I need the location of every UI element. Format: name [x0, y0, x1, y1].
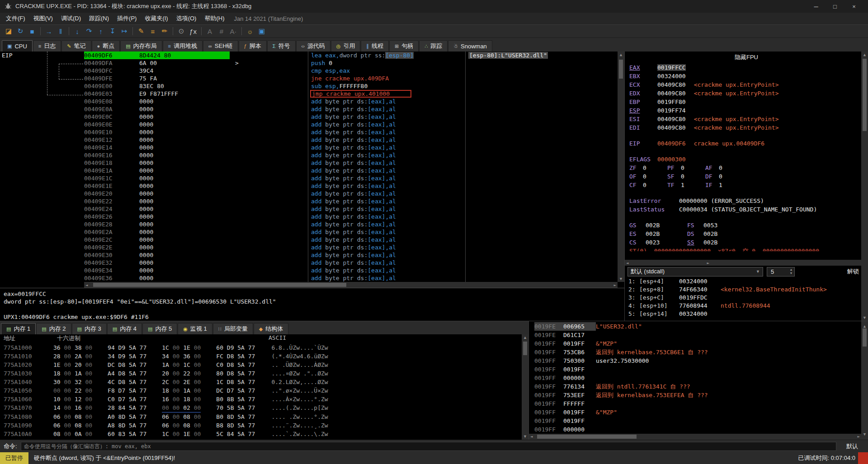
flags-row[interactable]: ZF0PF0AF0	[629, 164, 860, 172]
register-row[interactable]: EBP0019FF80	[629, 98, 860, 106]
scroll-thumb[interactable]	[537, 435, 637, 439]
scroll-down-arrow[interactable]: ▼	[523, 434, 527, 439]
open-file-icon[interactable]: ◪	[3, 26, 14, 37]
disasm-row[interactable]: 00409E360000add byte ptr ds:[eax],al	[0, 274, 624, 282]
register-row[interactable]: EBX00324000	[629, 72, 860, 80]
disasm-row[interactable]: 00409E2E0000add byte ptr ds:[eax],al	[0, 244, 624, 251]
title-bar[interactable]: CRACKME UPX.EXE - PID: 13364 - 模块: crack…	[0, 0, 868, 13]
register-row[interactable]: LastError00000000 (ERROR_SUCCESS)	[629, 197, 860, 205]
scroll-thumb[interactable]	[863, 59, 867, 131]
disasm-row[interactable]: 00409DFE75 FAjne crackme upx.409DFA	[0, 75, 624, 82]
menu-item[interactable]: 视图(V)	[29, 13, 57, 24]
skip-next-icon[interactable]: ↦	[118, 26, 130, 37]
dump-row[interactable]: 775A10B022 00 24 0090 86 5A 772A 00 2C 0…	[4, 438, 528, 440]
bottom-tab-内存 5[interactable]: ▤内存 5	[142, 323, 177, 334]
function-fx-icon[interactable]: ƒx	[187, 26, 199, 37]
registers-vscrollbar[interactable]: ▲ ▼	[861, 52, 868, 321]
stack-arg-row[interactable]: 5:[esp+14]00324000	[628, 310, 868, 318]
disasm-row[interactable]: 00409E1E0000add byte ptr ds:[eax],al	[0, 182, 624, 190]
dump-row[interactable]: 775A105000 00 22 00F8 D7 5A 7718 00 1A 0…	[4, 386, 528, 395]
scroll-up-arrow[interactable]: ▲	[523, 335, 527, 340]
disasm-row[interactable]: 00409E0E0000add byte ptr ds:[eax],al	[0, 121, 624, 128]
stack-arg-row[interactable]: 1:[esp+4]00324000	[628, 277, 868, 286]
dump-row[interactable]: 775A106010 00 12 00C0 D7 5A 7716 00 18 0…	[4, 395, 528, 403]
bottom-tab-内存 2[interactable]: ▤内存 2	[36, 323, 71, 334]
dump-row[interactable]: 775A109006 00 08 00A8 8D 5A 7706 00 08 0…	[4, 421, 528, 430]
bottom-tab-内存 3[interactable]: ▤内存 3	[72, 323, 107, 334]
stack-vscrollbar[interactable]: ▲ ▼	[861, 321, 868, 440]
register-row[interactable]: EAX0019FFCC	[629, 63, 860, 72]
disasm-row[interactable]: 00409E320000add byte ptr ds:[eax],al	[0, 259, 624, 267]
disasm-row[interactable]: 00409E1A0000add byte ptr ds:[eax],al	[0, 167, 624, 174]
tab-断点[interactable]: ●断点	[92, 40, 120, 52]
tab-符号[interactable]: Σ符号	[267, 40, 296, 52]
command-default-label[interactable]: 默认	[840, 442, 864, 450]
disasm-row[interactable]: 00409E100000add byte ptr ds:[eax],al	[0, 128, 624, 136]
font-disabled-icon[interactable]: A·	[227, 26, 239, 37]
menu-item[interactable]: 跟踪(N)	[85, 13, 113, 24]
pause-icon[interactable]: ‖	[55, 26, 66, 37]
stack-hscrollbar[interactable]: ◄ ►	[529, 434, 861, 440]
scroll-left-arrow[interactable]: ◄	[530, 434, 533, 440]
disasm-row[interactable]: 00409E240000add byte ptr ds:[eax],al	[0, 205, 624, 213]
run-to-user-code-icon[interactable]: ↧	[107, 26, 118, 37]
scroll-left-arrow[interactable]: ◄	[626, 261, 628, 265]
tab-SEH链[interactable]: ∞SEH链	[203, 40, 238, 52]
disasm-row[interactable]: 00409E300000add byte ptr ds:[eax],al	[0, 251, 624, 259]
disasm-row[interactable]: 00409E140000add byte ptr ds:[eax],al	[0, 144, 624, 151]
disasm-vscrollbar[interactable]: ▲ ▼	[618, 52, 624, 282]
disasm-row[interactable]: 00409E0083EC 80sub esp,FFFFFF80	[0, 82, 624, 90]
disasm-row[interactable]: 00409E160000add byte ptr ds:[eax],al	[0, 151, 624, 159]
scroll-right-arrow[interactable]: ►	[614, 283, 616, 287]
stack-row[interactable]: 0019FF753CB6返回到 kernelbase.753CB6E1 自 ??…	[534, 348, 861, 356]
disasm-row[interactable]: 00409E340000add byte ptr ds:[eax],al	[0, 267, 624, 274]
dump-vscrollbar[interactable]: ▲ ▼	[522, 334, 528, 440]
hide-fpu-button[interactable]: 隐藏FPU	[625, 52, 868, 62]
tab-笔记[interactable]: ✎笔记	[61, 40, 91, 52]
patch-icon[interactable]: ✎	[135, 26, 147, 37]
tab-调用堆栈[interactable]: ≡调用堆栈	[163, 40, 203, 52]
disasm-row[interactable]: 00409E180000add byte ptr ds:[eax],al	[0, 159, 624, 167]
minimize-button[interactable]: ─	[807, 3, 826, 10]
annotate-icon[interactable]: ✏	[159, 26, 170, 37]
menu-item[interactable]: 调试(D)	[57, 13, 85, 24]
dump-row[interactable]: 775A103018 00 1A 00A4 D8 5A 7720 00 22 0…	[4, 369, 528, 378]
scroll-thumb[interactable]	[619, 60, 623, 79]
disasm-row[interactable]: 00409DFA6A 00>push 0	[0, 59, 624, 67]
flags-row[interactable]: ES002BDS002B	[629, 230, 860, 238]
restart-icon[interactable]: ↻	[14, 26, 26, 37]
menu-item[interactable]: 插件(P)	[113, 13, 141, 24]
scroll-up-arrow[interactable]: ▲	[620, 52, 622, 57]
stack-row[interactable]: 0019FF776134返回到 ntdll.7761341C 自 ???	[534, 382, 861, 391]
bottom-tab-局部变量[interactable]: ∷局部变量	[213, 323, 253, 334]
tab-日志[interactable]: ≡日志	[33, 40, 61, 52]
tab-线程[interactable]: ∥线程	[361, 40, 389, 52]
close-button[interactable]: ×	[844, 3, 863, 10]
stack-arg-row[interactable]: 4:[esp+10]77608944ntdll.77608944	[628, 302, 868, 310]
disasm-row[interactable]: 00409E2A0000add byte ptr ds:[eax],al	[0, 228, 624, 236]
hash-disabled-icon[interactable]: #	[216, 26, 227, 37]
register-row[interactable]: ESI00409C80<crackme upx.EntryPoint>	[629, 115, 860, 123]
arg-count-spinner[interactable]: 5 ▲▼	[767, 267, 795, 277]
stack-row[interactable]: 0019FED61C17	[534, 331, 861, 339]
scroll-down-arrow[interactable]: ▼	[620, 277, 622, 281]
disasm-row[interactable]: 00409E080000add byte ptr ds:[eax],al	[0, 98, 624, 105]
callconv-select[interactable]: 默认 (stdcall) ▼	[627, 267, 763, 277]
menu-item[interactable]: 帮助(H)	[200, 13, 228, 24]
scroll-thumb[interactable]	[93, 283, 346, 287]
comment-icon[interactable]: ≡	[147, 26, 159, 37]
scroll-right-arrow[interactable]: ►	[858, 434, 860, 440]
stack-row[interactable]: 0019FF0019FF	[534, 417, 861, 425]
disasm-row[interactable]: 00409E120000add byte ptr ds:[eax],al	[0, 136, 624, 144]
disasm-row[interactable]: 00409E200000add byte ptr ds:[eax],al	[0, 190, 624, 197]
run-icon[interactable]: →	[43, 26, 55, 37]
scroll-up-arrow[interactable]: ▲	[863, 52, 866, 57]
dump-row[interactable]: 775A100036 00 38 0094 D9 5A 771C 00 1E 0…	[4, 343, 528, 352]
dump-row[interactable]: 775A10201E 00 20 00DC D8 5A 771A 00 1C 0…	[4, 361, 528, 369]
register-row[interactable]: ESP0019FF74	[629, 106, 860, 115]
disasm-row[interactable]: 00409E260000add byte ptr ds:[eax],al	[0, 213, 624, 220]
tab-句柄[interactable]: ⊞句柄	[389, 40, 419, 52]
tab-脚本[interactable]: ƒ脚本	[239, 40, 267, 52]
command-input[interactable]	[21, 442, 836, 451]
disasm-row[interactable]: 00409E280000add byte ptr ds:[eax],al	[0, 220, 624, 228]
